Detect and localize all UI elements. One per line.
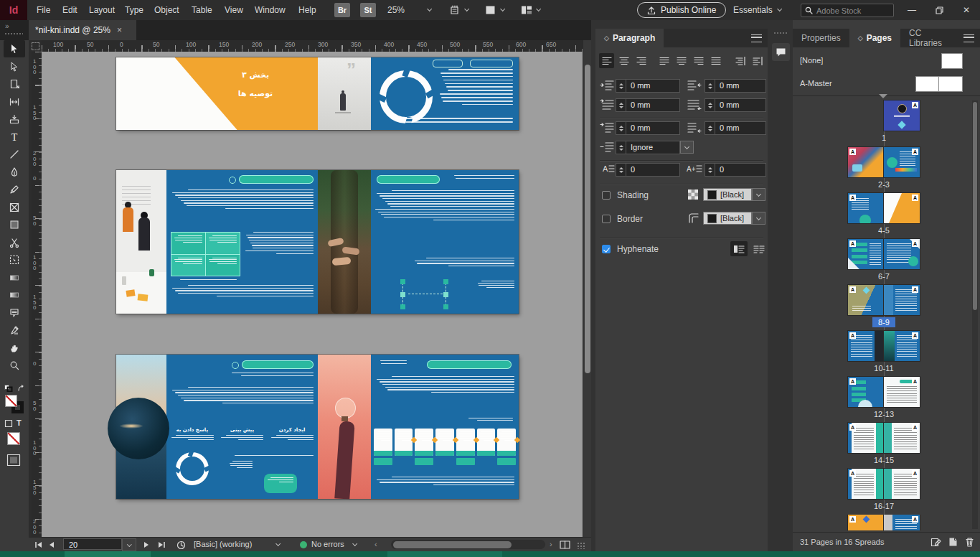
menu-view[interactable]: View (217, 0, 251, 20)
align-right-button[interactable] (633, 53, 649, 68)
swap-fill-stroke-icon[interactable] (17, 385, 26, 393)
pages-panel-menu-icon[interactable] (963, 29, 980, 47)
view-mode-button[interactable] (6, 454, 21, 467)
spread-middle[interactable] (116, 170, 519, 314)
scroll-left-icon[interactable]: ‹ (374, 540, 377, 548)
space-before-field[interactable]: 0 mm (616, 121, 680, 135)
arrange-documents-chevron-icon[interactable] (536, 6, 542, 12)
align-left-button[interactable] (599, 53, 614, 68)
last-line-indent-spinner[interactable] (705, 99, 715, 111)
horizontal-scrollbar[interactable] (391, 540, 545, 549)
fill-swatch-none[interactable] (5, 395, 17, 407)
spread1-right-page[interactable] (371, 57, 519, 130)
same-style-spacing-dropdown[interactable]: Ignore (616, 141, 680, 154)
horizontal-scrollbar-thumb[interactable] (393, 541, 512, 548)
page-2-thumbnail[interactable]: A (848, 147, 884, 177)
paragraph-composer-button-1[interactable] (730, 241, 748, 256)
free-transform-tool[interactable] (0, 251, 29, 269)
master-a-label[interactable]: A-Master (800, 79, 832, 88)
preflight-profile[interactable]: [Basic] (working) (194, 540, 252, 548)
paragraph-composer-button-2[interactable] (750, 241, 768, 256)
spread2-photo-whiteboard[interactable] (116, 170, 166, 314)
note-tool[interactable] (0, 304, 29, 322)
page-1-thumbnail[interactable]: A (884, 100, 920, 131)
page-tool[interactable] (0, 75, 29, 93)
scissors-tool[interactable] (0, 234, 29, 252)
page-10-thumbnail[interactable]: A (848, 331, 884, 361)
justify-right-button[interactable] (691, 53, 706, 68)
page-5-thumbnail[interactable]: A (884, 193, 920, 223)
menu-object[interactable]: Object (146, 0, 187, 20)
right-indent-spinner[interactable] (705, 80, 715, 92)
page-15-thumbnail[interactable]: A (884, 423, 920, 453)
tab-properties[interactable]: Properties (793, 29, 849, 47)
formatting-affects-text-icon[interactable]: T (17, 418, 22, 427)
delete-page-icon[interactable] (965, 537, 974, 547)
page-9-thumbnail[interactable]: A (884, 285, 920, 315)
master-none-thumbnail[interactable] (941, 53, 963, 69)
page-11-thumbnail[interactable]: A (884, 331, 920, 361)
document-tab[interactable]: *nil-kni.indd @ 25% × (29, 20, 136, 40)
spread1-left-page[interactable]: بخش ۳ توصیه ها (116, 57, 318, 130)
tools-dock-grip[interactable] (4, 32, 23, 35)
previous-page-button[interactable] (49, 539, 55, 551)
publish-online-button[interactable]: Publish Online (637, 2, 726, 18)
align-toward-spine-button[interactable] (732, 53, 748, 68)
pencil-tool[interactable] (0, 181, 29, 199)
last-line-indent-field[interactable]: 0 mm (705, 98, 766, 112)
left-indent-spinner[interactable] (616, 80, 626, 92)
first-line-indent-field[interactable]: 0 mm (616, 98, 680, 112)
paragraph-panel-menu-icon[interactable] (751, 29, 768, 47)
zoom-level-chevron-icon[interactable] (427, 6, 433, 12)
fill-stroke-swatches[interactable] (5, 395, 24, 414)
workspace-switcher[interactable]: Essentials (733, 0, 773, 20)
page-12-thumbnail[interactable]: A (848, 377, 884, 407)
scroll-right-icon[interactable]: › (550, 540, 552, 548)
drop-cap-chars-spinner[interactable] (705, 164, 715, 176)
shading-checkbox[interactable] (602, 191, 611, 200)
zoom-tool[interactable] (0, 357, 29, 375)
last-page-button[interactable] (158, 539, 166, 551)
arrange-documents-icon[interactable] (521, 5, 532, 15)
gradient-feather-tool[interactable] (0, 286, 29, 304)
view-options-chevron-icon[interactable] (464, 6, 470, 12)
spread3-left-page[interactable]: ایجاد کردن پیش بینی پاسخ دادن به (166, 355, 318, 499)
same-style-dropdown-chevron[interactable] (680, 141, 694, 154)
vertical-scrollbar-thumb[interactable] (585, 65, 590, 373)
new-page-icon[interactable] (948, 537, 958, 547)
workspace-chevron-icon[interactable] (777, 6, 783, 12)
justify-left-button[interactable] (656, 53, 672, 68)
spread-bottom[interactable]: ایجاد کردن پیش بینی پاسخ دادن به (116, 355, 519, 499)
spread1-photo-person[interactable]: ” (318, 57, 371, 130)
document-tab-close-icon[interactable]: × (117, 25, 122, 35)
preflight-status[interactable]: No errors (311, 540, 344, 548)
stock-button[interactable]: St (360, 3, 376, 17)
stock-search-box[interactable]: Adobe Stock (801, 4, 894, 17)
horizontal-ruler[interactable]: 10050 050 100150 200250 300350 400450 50… (42, 40, 583, 52)
preflight-profile-chevron-icon[interactable] (275, 541, 281, 547)
tab-cc-libraries[interactable]: CC Libraries (900, 29, 963, 47)
tab-paragraph[interactable]: ◇ Paragraph (595, 29, 664, 47)
first-page-button[interactable] (34, 539, 42, 551)
spread-view-icon[interactable] (560, 539, 570, 551)
page-3-thumbnail[interactable]: A (884, 147, 920, 177)
bridge-button[interactable]: Br (334, 3, 350, 17)
screen-mode-chevron-icon[interactable] (500, 6, 506, 12)
type-tool[interactable]: T (0, 128, 29, 146)
preflight-icon[interactable] (176, 539, 186, 551)
pages-scrollbar[interactable] (972, 100, 978, 529)
ruler-origin-box[interactable] (29, 40, 42, 52)
border-color-field[interactable]: [Black] (703, 212, 752, 225)
screen-mode-icon[interactable] (485, 5, 496, 15)
page-19-thumbnail[interactable]: A (884, 515, 920, 530)
menu-help[interactable]: Help (291, 0, 324, 20)
formatting-affects-container-icon[interactable] (4, 419, 13, 428)
minimize-button[interactable]: — (898, 0, 925, 20)
master-a-thumbnail-left[interactable] (915, 76, 940, 92)
border-checkbox[interactable] (602, 215, 611, 223)
hyphenate-checkbox[interactable] (602, 245, 611, 253)
comments-panel-button[interactable] (772, 43, 790, 61)
page-16-thumbnail[interactable]: A (848, 469, 884, 499)
page-number-field[interactable]: 20 (63, 538, 122, 550)
space-after-field[interactable]: 0 mm (705, 121, 766, 135)
